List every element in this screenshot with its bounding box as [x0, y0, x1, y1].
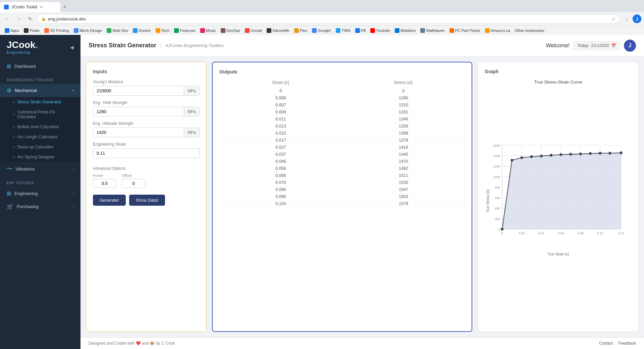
bolted-joint-label: Bolted Joint Calculator [17, 124, 59, 129]
bookmark-star-icon[interactable]: ☆ [611, 16, 615, 21]
eng-strain-input[interactable] [93, 148, 200, 158]
sidebar-item-dashboard[interactable]: ⊞ Dashboard [0, 60, 80, 73]
sidebar-item-engineering[interactable]: ⊞ Engineering › [0, 187, 80, 200]
svg-point-27 [579, 152, 582, 155]
sidebar-item-purchasing[interactable]: 🛒 Purchasing › [0, 200, 80, 213]
strain-value: 0.027 [219, 145, 342, 150]
welcome-text: Welcome! [546, 43, 570, 49]
bookmark-plex-label: Plex [300, 29, 307, 33]
inputs-panel: Inputs Young's Modulus MPa Eng. Yield St… [86, 62, 207, 332]
bookmark-docker[interactable]: Docker [131, 28, 153, 34]
mech-favicon [74, 28, 78, 33]
contact-link[interactable]: Contact [599, 341, 613, 346]
svg-text:1600: 1600 [493, 144, 500, 147]
bookmark-fb[interactable]: FB [353, 28, 368, 34]
sidebar-item-mechanical[interactable]: ⚙ Mechanical ▾ [0, 84, 80, 97]
bookmark-pcpp-label: PC Part Picker [455, 29, 480, 33]
bookmark-docker-label: Docker [139, 29, 151, 33]
bookmark-apps-label: Apps [10, 29, 19, 33]
svg-point-25 [559, 153, 562, 156]
stress-value: 1470 [342, 159, 465, 164]
drone-favicon [267, 28, 271, 33]
stress-value: 1492 [342, 166, 465, 171]
feedback-link[interactable]: Feedback [618, 341, 636, 346]
bookmark-music-label: Music [206, 29, 216, 33]
svg-text:400: 400 [495, 207, 500, 210]
advanced-options-label: Advanced Options [93, 166, 200, 171]
refresh-button[interactable]: ↻ [25, 14, 35, 23]
bookmark-wallhaven[interactable]: WallHaven [418, 28, 446, 34]
bookmark-twn[interactable]: TWN [334, 28, 352, 34]
eng-ultimate-input-wrapper: MPa [93, 128, 200, 137]
browser-tab[interactable]: JCooks Toolkit ✕ [0, 2, 60, 12]
sidebar-item-cylindrical-press[interactable]: Cylindrical Press-Fit Calculator [0, 107, 80, 122]
engineering-expand-icon: › [73, 192, 74, 195]
sidebar-collapse-button[interactable]: ◀ [70, 45, 74, 50]
other-bookmarks-label: Other bookmarks [515, 29, 544, 33]
table-row: 0.0561492 [219, 165, 465, 172]
bookmark-mobilism[interactable]: Mobilism [393, 28, 418, 34]
page-title: Stress Strain Generator [89, 42, 156, 49]
bookmark-amazon[interactable]: Amazon.ca [483, 28, 512, 34]
power-input[interactable] [93, 179, 116, 188]
sidebar-mechanical-label: Mechanical [15, 88, 69, 93]
mob-favicon [395, 28, 399, 33]
bookmark-yt-label: Youtube [376, 29, 390, 33]
bookmark-devops[interactable]: DevOps [219, 28, 243, 34]
extensions-button[interactable]: ⋮ [622, 14, 631, 23]
sidebar-item-bolted-joint[interactable]: Bolted Joint Calculator [0, 122, 80, 132]
strain-value: 0.017 [219, 138, 342, 143]
strain-value: 0.009 [219, 110, 342, 114]
bookmark-plex[interactable]: Plex [292, 28, 309, 34]
sidebar-item-stress-strain[interactable]: Stress Strain Generator [0, 97, 80, 107]
bookmark-mechdesign[interactable]: Mech Design [72, 28, 104, 34]
youngs-modulus-input[interactable] [93, 86, 184, 95]
sidebar-item-stack-up[interactable]: Stack-up Calculator [0, 142, 80, 152]
forward-button[interactable]: → [14, 14, 23, 23]
user-avatar[interactable]: J [624, 40, 636, 52]
bookmark-youtube[interactable]: Youtube [368, 28, 392, 34]
eng-ultimate-group: Eng. Ultimate Strength MPa [93, 121, 200, 137]
bookmark-wall-label: WallHaven [426, 29, 444, 33]
show-data-button[interactable]: Show Data! [129, 195, 165, 206]
bookmark-other[interactable]: Other bookmarks [513, 28, 546, 33]
bookmarks-bar: Apps Pirate 3D Printing Mech Design Web … [0, 26, 644, 35]
bookmark-music[interactable]: Music [198, 28, 218, 34]
outputs-header: Strain [ε] Stress [σ] [219, 80, 465, 85]
eng-ultimate-input[interactable] [93, 128, 184, 137]
sidebar-item-arc-length[interactable]: Arc Length Calculator [0, 132, 80, 142]
stress-strain-chart: True Stress [σ] [485, 87, 632, 308]
svg-point-26 [569, 153, 572, 155]
sidebar-item-arc-spring[interactable]: Arc Spring Designer [0, 152, 80, 162]
bookmark-pcpp[interactable]: PC Part Picker [447, 28, 482, 34]
calculator-area: Inputs Young's Modulus MPa Eng. Yield St… [80, 56, 644, 337]
sidebar-item-vibrations[interactable]: 〜 Vibrations › [0, 162, 80, 176]
bookmark-google-label: Google! [318, 29, 331, 33]
bookmark-finances[interactable]: Finances [172, 28, 198, 34]
bookmark-unraid[interactable]: Unraid [243, 28, 264, 34]
sidebar-logo: JCook. Engineering ◀ [0, 35, 80, 60]
new-tab-button[interactable]: + [60, 3, 69, 11]
bookmark-3dprinting[interactable]: 3D Printing [42, 28, 71, 34]
bookmark-apps[interactable]: Apps [3, 28, 21, 34]
purchasing-icon: 🛒 [7, 203, 13, 210]
output-data-list: 000.00612800.00713100.00913310.01113460.… [219, 88, 465, 325]
offset-input[interactable] [122, 179, 145, 188]
stress-value: 1511 [342, 173, 465, 178]
bookmark-webdev[interactable]: Web Dev [105, 28, 130, 34]
bookmark-google[interactable]: Google! [310, 28, 333, 34]
svg-text:True Strain [ε]: True Strain [ε] [547, 252, 569, 256]
generate-button[interactable]: Generate! [93, 195, 126, 206]
bookmark-pirate[interactable]: Pirate [22, 28, 42, 34]
browser-profile-avatar[interactable]: J [633, 14, 641, 23]
svg-text:200: 200 [495, 217, 500, 221]
eng-yield-input[interactable] [93, 107, 184, 116]
back-button[interactable]: ← [3, 14, 12, 23]
svg-point-29 [599, 152, 601, 154]
tab-close-button[interactable]: ✕ [40, 5, 43, 9]
address-bar[interactable]: 🔒 eng.jordancook.dev ☆ [37, 14, 620, 23]
strain-value: 0.013 [219, 124, 342, 129]
bookmark-tech[interactable]: Tech [154, 28, 171, 34]
calendar-icon[interactable]: 📅 [611, 43, 616, 48]
bookmark-dronelife[interactable]: #dronelife [265, 28, 291, 34]
